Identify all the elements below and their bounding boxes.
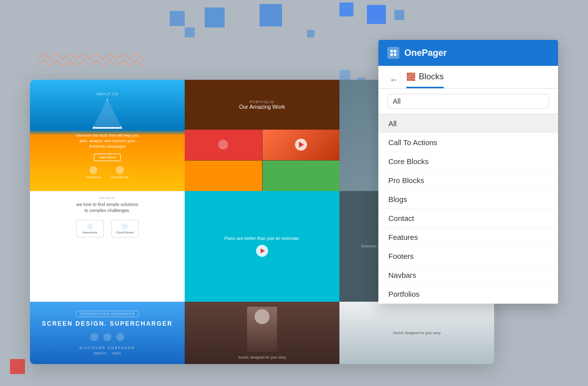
svg-rect-1 [394,50,396,52]
svg-rect-0 [390,50,393,52]
app-title: OnePager [404,48,447,58]
preview-cell-7: Introducing Onepager SCREEN DESIGN. SUPE… [30,302,185,364]
sidebar-nav: ← 🧱 Blocks [378,66,558,89]
filter-input[interactable] [387,94,549,109]
filter-row [378,89,558,114]
menu-item-blogs[interactable]: Blogs [378,190,558,209]
menu-item-label-call-to-actions: Call To Actions [388,138,437,147]
menu-item-portfolios[interactable]: Portfolios [378,285,558,304]
menu-item-label-blogs: Blogs [388,195,407,203]
menu-item-navbars[interactable]: Navbars [378,266,558,285]
menu-item-label-core-blocks: Core Blocks [388,157,429,166]
menu-item-label-pro-blocks: Pro Blocks [388,176,424,185]
sidebar-panel: OnePager ← 🧱 Blocks AllCall To ActionsCo… [378,40,558,304]
blocks-icon: 🧱 [406,72,416,81]
preview-cell-2: Portfolio Our Amazing Work [185,80,339,191]
preview-cell-5: Plans are better than just an estimate. [185,191,339,302]
svg-rect-2 [390,53,393,56]
back-button[interactable]: ← [387,73,400,87]
menu-item-label-features: Features [388,233,418,241]
menu-item-label-all: All [388,119,397,128]
menu-item-all[interactable]: All [378,114,558,133]
svg-rect-3 [394,53,396,56]
menu-item-footers[interactable]: Footers [378,247,558,266]
sidebar-header: OnePager [378,40,558,66]
menu-item-features[interactable]: Features [378,228,558,247]
preview-cell-4: BATECH we love to find simple solutionst… [30,191,185,302]
category-dropdown-list: AllCall To ActionsCore BlocksPro BlocksB… [378,114,558,304]
preview-cell-9: Sound, designed for your story [339,302,494,364]
menu-item-call-to-actions[interactable]: Call To Actions [378,133,558,152]
menu-item-label-contact: Contact [388,214,414,222]
zigzag-decoration [15,52,165,72]
blocks-label: 🧱 Blocks [406,72,444,88]
menu-item-pro-blocks[interactable]: Pro Blocks [378,171,558,190]
app-logo [387,47,399,59]
preview-cell-8: Sound, designed for your story [185,302,339,364]
menu-item-core-blocks[interactable]: Core Blocks [378,152,558,171]
menu-item-contact[interactable]: Contact [378,209,558,228]
menu-item-label-navbars: Navbars [388,271,416,279]
preview-cell-1: ABOUT US Discover the tools that will he… [30,80,185,191]
blocks-label-text: Blocks [419,72,444,82]
menu-item-label-portfolios: Portfolios [388,290,420,298]
menu-item-label-footers: Footers [388,252,414,260]
